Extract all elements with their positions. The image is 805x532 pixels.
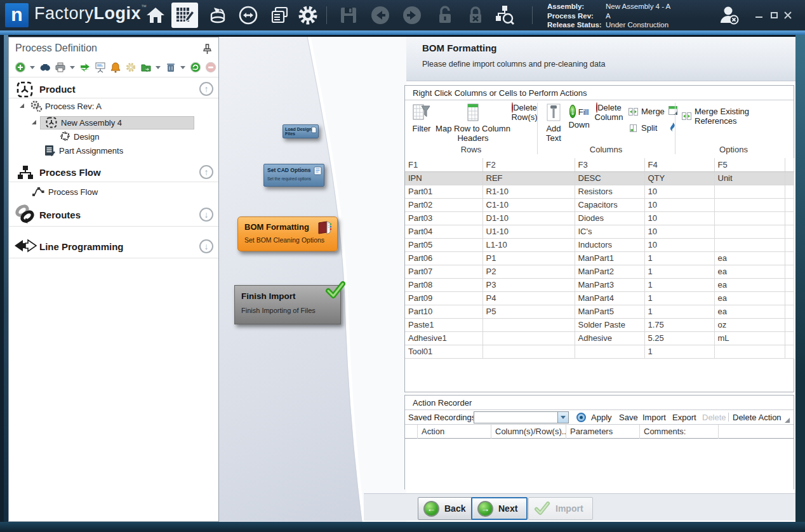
- flow-step-bom-formatting[interactable]: BOM Formatting Set BOM Cleaning Options: [237, 216, 338, 251]
- user-logout-icon[interactable]: [716, 3, 743, 28]
- settings-icon[interactable]: [295, 3, 321, 28]
- grid-cell[interactable]: ManPart3: [575, 278, 644, 291]
- grid-cell[interactable]: REF: [482, 171, 575, 185]
- grid-cell[interactable]: ea: [714, 305, 785, 318]
- unlock-icon[interactable]: [432, 3, 458, 28]
- grid-cell[interactable]: R1-10: [482, 185, 575, 198]
- next-button[interactable]: → Next: [471, 497, 528, 520]
- grid-cell[interactable]: DESC: [575, 171, 644, 185]
- grid-cell[interactable]: 10: [644, 211, 714, 225]
- flow-step-set-cad-options[interactable]: Set CAD Options Set the required options: [263, 164, 324, 187]
- collapse-product-icon[interactable]: ↑: [199, 82, 213, 96]
- grid-cell-empty[interactable]: [785, 318, 794, 331]
- print-icon[interactable]: [54, 62, 66, 74]
- grid-cell[interactable]: [482, 318, 575, 331]
- table-action-icon[interactable]: [668, 105, 678, 116]
- export-recording-button[interactable]: Export: [672, 413, 696, 422]
- grid-cell[interactable]: 1: [644, 251, 714, 265]
- tree-expander-icon[interactable]: [20, 103, 24, 108]
- grid-cell-empty[interactable]: [785, 331, 794, 345]
- grid-cell[interactable]: [482, 331, 575, 345]
- grid-cell[interactable]: 1: [644, 278, 714, 291]
- grid-cell[interactable]: 1: [644, 345, 714, 358]
- grid-cell-empty[interactable]: [785, 238, 794, 251]
- grid-cell[interactable]: [714, 211, 785, 225]
- grid-cell-empty[interactable]: [785, 278, 794, 291]
- tree-item-process-flow[interactable]: Process Flow: [48, 187, 98, 197]
- recorder-column-header[interactable]: Comments:: [640, 425, 719, 439]
- split-button[interactable]: Split: [629, 123, 657, 133]
- filter-button[interactable]: Filter: [408, 103, 436, 133]
- transfer-icon[interactable]: [235, 3, 262, 28]
- process-search-icon[interactable]: [491, 3, 518, 28]
- forward-icon[interactable]: [399, 3, 425, 28]
- sync-arrows-icon[interactable]: [79, 62, 91, 74]
- grid-cell[interactable]: P3: [482, 278, 575, 291]
- delete-rows-button[interactable]: Delete Row(s): [510, 103, 538, 122]
- grid-cell[interactable]: ea: [714, 251, 785, 265]
- grid-cell-empty[interactable]: [785, 185, 794, 198]
- grid-cell-empty[interactable]: [785, 158, 794, 171]
- grid-cell[interactable]: Part01: [405, 185, 482, 198]
- print-dropdown-icon[interactable]: [70, 66, 75, 69]
- grid-cell[interactable]: F5: [714, 158, 785, 171]
- grid-cell[interactable]: 1.75: [644, 318, 714, 331]
- flow-step-load-design-files[interactable]: Load Design Files: [283, 124, 319, 138]
- apply-button[interactable]: Apply: [591, 413, 612, 422]
- delete-column-button[interactable]: Delete Column: [592, 103, 626, 122]
- grid-cell[interactable]: 10: [644, 225, 714, 238]
- back-icon[interactable]: [367, 3, 394, 28]
- grid-cell[interactable]: oz: [714, 318, 785, 331]
- gear-icon[interactable]: [124, 62, 136, 74]
- grid-cell-empty[interactable]: [785, 345, 794, 358]
- process-definition-icon[interactable]: [171, 3, 198, 28]
- grid-cell[interactable]: F3: [575, 158, 644, 171]
- materials-icon[interactable]: [204, 3, 231, 28]
- grid-cell-empty[interactable]: [785, 211, 794, 225]
- grid-cell[interactable]: Adhesive1: [405, 331, 482, 345]
- grid-cell[interactable]: ManPart4: [575, 291, 644, 305]
- section-product[interactable]: Product: [39, 84, 76, 95]
- trash-icon[interactable]: [164, 62, 176, 74]
- grid-cell[interactable]: Part03: [405, 211, 482, 225]
- lock-x-icon[interactable]: [462, 3, 489, 28]
- merge-existing-references-button[interactable]: Merge Existing References: [682, 107, 794, 126]
- recorder-column-header-empty[interactable]: [719, 425, 793, 439]
- grid-cell[interactable]: 5.25: [644, 331, 714, 345]
- grid-cell[interactable]: Tool01: [405, 345, 482, 358]
- import-recording-button[interactable]: Import: [642, 413, 666, 422]
- grid-cell[interactable]: [482, 345, 575, 358]
- grid-cell[interactable]: IPN: [405, 171, 482, 185]
- grid-cell[interactable]: ea: [714, 291, 785, 305]
- grid-cell[interactable]: QTY: [644, 171, 714, 185]
- grid-cell[interactable]: F4: [644, 158, 714, 171]
- grid-cell[interactable]: [714, 185, 785, 198]
- grid-cell[interactable]: Part07: [405, 265, 482, 278]
- add-text-button[interactable]: Add Text: [541, 103, 566, 143]
- grid-cell[interactable]: Inductors: [575, 238, 644, 251]
- grid-cell-empty[interactable]: [785, 198, 794, 211]
- grid-cell[interactable]: 1: [644, 305, 714, 318]
- delete-action-button[interactable]: Delete Action: [733, 413, 782, 422]
- grid-cell[interactable]: U1-10: [482, 225, 575, 238]
- grid-cell[interactable]: IC's: [575, 225, 644, 238]
- fill-down-button[interactable]: ↓ Fill Down: [566, 103, 592, 130]
- grid-cell[interactable]: Unit: [714, 171, 785, 185]
- pin-icon[interactable]: [203, 44, 211, 55]
- grid-cell[interactable]: P2: [482, 265, 575, 278]
- grid-cell[interactable]: D1-10: [482, 211, 575, 225]
- tree-item-process-rev[interactable]: Process Rev: A: [45, 102, 102, 111]
- grid-cell[interactable]: ea: [714, 265, 785, 278]
- tree-item-design[interactable]: Design: [74, 132, 99, 142]
- grid-cell[interactable]: P5: [482, 305, 575, 318]
- grid-cell-empty[interactable]: [785, 265, 794, 278]
- minimize-icon[interactable]: [752, 9, 766, 22]
- refresh-icon[interactable]: [189, 62, 201, 74]
- grid-cell[interactable]: P4: [482, 291, 575, 305]
- tree-expander-icon[interactable]: [32, 120, 36, 124]
- grid-cell[interactable]: Solder Paste: [575, 318, 644, 331]
- bell-icon[interactable]: [109, 62, 121, 74]
- export-folder-icon[interactable]: [140, 62, 152, 74]
- grid-cell[interactable]: 10: [644, 198, 714, 211]
- grid-cell[interactable]: Part02: [405, 198, 482, 211]
